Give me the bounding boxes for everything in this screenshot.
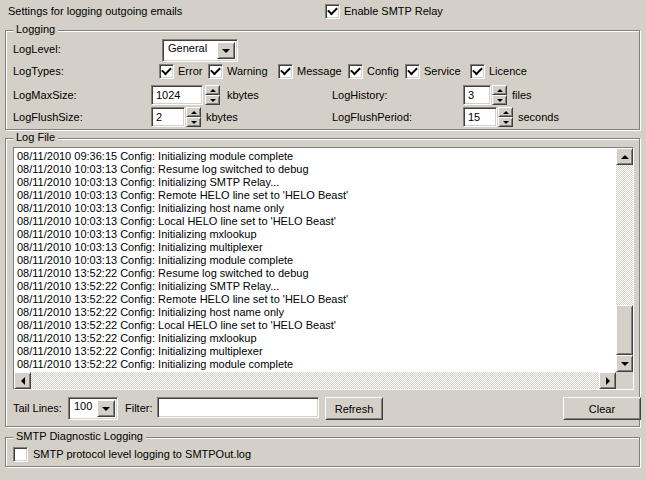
- logfile-group-title: Log File: [13, 131, 58, 143]
- arrow-down-icon: [503, 121, 509, 124]
- enable-smtp-relay-checkbox[interactable]: [325, 4, 340, 19]
- log-line: 08/11/2010 13:52:22 Config: Initializing…: [17, 280, 616, 293]
- logflushperiod-unit: seconds: [518, 111, 559, 123]
- logtype-licence-label[interactable]: Licence: [489, 65, 527, 77]
- scroll-right-button[interactable]: [599, 372, 616, 389]
- scrollbar-corner: [616, 372, 633, 389]
- arrow-up-icon: [497, 89, 503, 92]
- spin-down-button[interactable]: [186, 117, 201, 127]
- loghistory-field[interactable]: 3: [463, 85, 491, 105]
- clear-button[interactable]: Clear: [563, 397, 641, 420]
- logtype-warning-label[interactable]: Warning: [227, 65, 268, 77]
- logflushperiod-label: LogFlushPeriod:: [332, 111, 412, 123]
- logmaxsize-unit: kbytes: [227, 89, 259, 101]
- log-line: 08/11/2010 13:52:22 Config: Remote HELO …: [17, 293, 616, 306]
- filter-label: Filter:: [125, 402, 153, 414]
- log-listbox[interactable]: 08/11/2010 09:36:15 Config: Initializing…: [13, 147, 634, 390]
- log-line: 08/11/2010 10:03:13 Config: Initializing…: [17, 202, 616, 215]
- chevron-down-icon: [222, 49, 230, 53]
- logtype-error-checkbox[interactable]: [159, 64, 174, 79]
- logfile-group: Log File 08/11/2010 09:36:15 Config: Ini…: [5, 138, 640, 427]
- logtype-error-label[interactable]: Error: [178, 65, 202, 77]
- log-line: 08/11/2010 10:03:13 Config: Local HELO l…: [17, 215, 616, 228]
- horizontal-scrollbar[interactable]: [14, 372, 616, 389]
- arrow-up-icon: [503, 111, 509, 114]
- log-line: 08/11/2010 10:03:13 Config: Initializing…: [17, 254, 616, 267]
- logflushsize-spinner[interactable]: [186, 107, 201, 127]
- loghistory-spinner[interactable]: [492, 85, 507, 105]
- tail-lines-label: Tail Lines:: [13, 402, 62, 414]
- logtype-warning-checkbox[interactable]: [208, 64, 223, 79]
- checkmark-icon: [350, 65, 361, 76]
- logtype-message-checkbox[interactable]: [278, 64, 293, 79]
- refresh-button-label: Refresh: [335, 403, 374, 415]
- spin-up-button[interactable]: [498, 107, 513, 117]
- enable-smtp-relay-label[interactable]: Enable SMTP Relay: [344, 5, 443, 17]
- logtype-service-label[interactable]: Service: [424, 65, 461, 77]
- logflushperiod-field[interactable]: 15: [463, 107, 497, 127]
- logflushperiod-spinner[interactable]: [498, 107, 513, 127]
- logging-group: Logging LogLevel: General LogTypes: Erro…: [5, 30, 640, 130]
- horizontal-scrollbar-track[interactable]: [31, 372, 599, 389]
- arrow-right-icon: [606, 377, 610, 385]
- logmaxsize-spinner[interactable]: [205, 85, 220, 105]
- spin-down-button[interactable]: [492, 95, 507, 105]
- tail-lines-dropdown-button[interactable]: [97, 400, 115, 417]
- tail-lines-dropdown[interactable]: 100: [68, 397, 118, 420]
- log-line: 08/11/2010 10:03:13 Config: Initializing…: [17, 176, 616, 189]
- smtp-relay-settings-panel: Settings for logging outgoing emails Ena…: [0, 0, 646, 480]
- logmaxsize-label: LogMaxSize:: [13, 89, 77, 101]
- loglevel-dropdown[interactable]: General: [162, 39, 238, 62]
- checkmark-icon: [280, 65, 291, 76]
- log-line: 08/11/2010 13:52:22 Config: Initializing…: [17, 345, 616, 358]
- logflushsize-value: 2: [156, 111, 162, 123]
- arrow-down-icon: [210, 99, 216, 102]
- logtype-service-checkbox[interactable]: [405, 64, 420, 79]
- logtype-config-label[interactable]: Config: [367, 65, 399, 77]
- settings-description-label: Settings for logging outgoing emails: [8, 5, 182, 17]
- log-line: 08/11/2010 13:52:22 Config: Resume log s…: [17, 267, 616, 280]
- smtp-diagnostic-group-title: SMTP Diagnostic Logging: [13, 430, 146, 442]
- log-line: 08/11/2010 13:52:22 Config: Initializing…: [17, 332, 616, 345]
- refresh-button[interactable]: Refresh: [325, 397, 383, 420]
- logtype-message-label[interactable]: Message: [297, 65, 342, 77]
- logflushperiod-value: 15: [468, 111, 480, 123]
- scroll-left-button[interactable]: [14, 372, 31, 389]
- vertical-scrollbar[interactable]: [616, 148, 633, 372]
- logflushsize-unit: kbytes: [206, 111, 238, 123]
- scroll-up-button[interactable]: [616, 148, 633, 165]
- spin-down-button[interactable]: [498, 117, 513, 127]
- log-line: 08/11/2010 09:36:15 Config: Initializing…: [17, 150, 616, 163]
- filter-input[interactable]: [162, 402, 318, 414]
- logtype-licence-checkbox[interactable]: [470, 64, 485, 79]
- arrow-left-icon: [21, 377, 25, 385]
- chevron-down-icon: [102, 407, 110, 411]
- logmaxsize-field[interactable]: 1024: [151, 85, 203, 105]
- arrow-down-icon: [191, 121, 197, 124]
- spin-up-button[interactable]: [205, 85, 220, 95]
- log-line: 08/11/2010 10:03:13 Config: Initializing…: [17, 241, 616, 254]
- smtp-protocol-logging-label[interactable]: SMTP protocol level logging to SMTPOut.l…: [33, 448, 251, 460]
- logmaxsize-value: 1024: [156, 89, 180, 101]
- vertical-scrollbar-thumb[interactable]: [616, 305, 633, 355]
- loghistory-value: 3: [468, 89, 474, 101]
- loglevel-dropdown-button[interactable]: [217, 42, 235, 59]
- scroll-down-button[interactable]: [616, 355, 633, 372]
- log-line: 08/11/2010 10:03:13 Config: Remote HELO …: [17, 189, 616, 202]
- checkmark-icon: [161, 65, 172, 76]
- log-line: 08/11/2010 13:52:22 Config: Local HELO l…: [17, 319, 616, 332]
- checkmark-icon: [407, 65, 418, 76]
- logtype-config-checkbox[interactable]: [348, 64, 363, 79]
- spin-up-button[interactable]: [492, 85, 507, 95]
- tail-lines-value: 100: [74, 400, 92, 412]
- vertical-scrollbar-track[interactable]: [616, 165, 633, 355]
- arrow-up-icon: [210, 89, 216, 92]
- spin-down-button[interactable]: [205, 95, 220, 105]
- loghistory-label: LogHistory:: [332, 89, 388, 101]
- log-line: 08/11/2010 10:03:13 Config: Initializing…: [17, 228, 616, 241]
- filter-field[interactable]: [157, 397, 319, 418]
- smtp-protocol-logging-checkbox[interactable]: [13, 447, 28, 462]
- loglevel-value: General: [168, 42, 207, 54]
- logflushsize-field[interactable]: 2: [151, 107, 185, 127]
- spin-up-button[interactable]: [186, 107, 201, 117]
